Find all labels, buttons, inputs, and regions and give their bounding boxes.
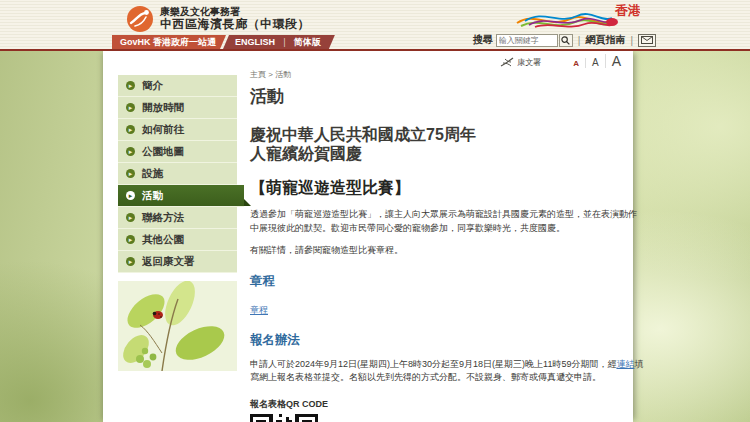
paragraph-intro: 透過參加「萌寵巡遊造型比賽」，讓主人向大眾展示為萌寵設計具國慶元素的造型，並在表… [250,208,644,235]
font-size-small-button[interactable]: A [567,60,585,68]
utility-row: 康文署 A A A [500,54,627,68]
lcsd-logo-icon [127,6,153,32]
rules-heading: 章程 [250,273,644,290]
svg-text:香港: 香港 [614,3,640,18]
arrow-bullet-icon: ▸ [126,147,135,156]
sidebar-item-opening-hours[interactable]: ▸ 開放時間 [118,97,237,119]
arrow-bullet-icon: ▸ [126,213,135,222]
header-divider: | [578,35,581,46]
arrow-bullet-icon: ▸ [126,81,135,90]
envelope-icon [641,36,653,44]
magnifier-icon [561,36,570,45]
breadcrumb-separator: > [266,70,275,79]
paragraph-details: 有關詳情，請參閱寵物造型比賽章程。 [250,244,644,258]
qr-code [250,414,318,422]
arrow-bullet-icon: ▸ [126,103,135,112]
header-divider: | [630,35,633,46]
tab-language: ENGLISH ｜ 简体版 [223,35,335,49]
breadcrumb: 主頁 > 活動 [250,69,644,80]
header-search-group: 搜尋 | 網頁指南 | [473,33,656,47]
site-guide-link[interactable]: 網頁指南 [585,33,625,47]
sidebar-item-contact[interactable]: ▸ 聯絡方法 [118,207,237,229]
arrow-bullet-icon: ▸ [126,235,135,244]
font-size-medium-button[interactable]: A [585,58,605,68]
sidebar-menu: ▸ 簡介 ▸ 開放時間 ▸ 如何前往 ▸ 公園地圖 ▸ 設施 ▸ 活動 ▸ 聯絡… [118,75,237,273]
site-name: 中西區海濱長廊（中環段） [160,18,310,32]
plant-decoration-image [118,281,237,371]
tab-separator: ｜ [280,36,289,49]
tab-govhk[interactable]: GovHK 香港政府一站通 [112,35,226,49]
font-size-large-button[interactable]: A [605,54,627,68]
apply-heading: 報名辦法 [250,332,644,349]
event-title: 慶祝中華人民共和國成立75周年 人寵繽紛賀國慶 [250,125,644,163]
qr-code-label: 報名表格QR CODE [250,398,644,411]
rules-link[interactable]: 章程 [250,305,268,315]
event-title-line2: 人寵繽紛賀國慶 [250,144,644,163]
section-title: 【萌寵巡遊造型比賽】 [250,178,644,199]
arrow-bullet-icon: ▸ [126,125,135,134]
tab-simplified[interactable]: 简体版 [294,36,321,49]
apply-text-before: 申請人可於2024年9月12日(星期四)上午8時30分起至9月18日(星期三)晚… [250,359,616,369]
paragraph-apply: 申請人可於2024年9月12日(星期四)上午8時30分起至9月18日(星期三)晚… [250,358,644,385]
main-container: 康文署 A A A ▸ 簡介 ▸ 開放時間 ▸ 如何前往 ▸ 公園地圖 ▸ 設施… [103,51,633,422]
arrow-bullet-icon: ▸ [126,191,135,200]
dragonfly-icon [500,57,514,68]
site-header: 康樂及文化事務署 中西區海濱長廊（中環段） 香港 GovHK 香港政府一站通 E… [0,0,750,51]
search-input[interactable] [496,34,558,47]
event-title-line1: 慶祝中華人民共和國成立75周年 [250,125,644,144]
sidebar-item-how-to-get-there[interactable]: ▸ 如何前往 [118,119,237,141]
arrow-bullet-icon: ▸ [126,257,135,266]
header-tab-row: GovHK 香港政府一站通 ENGLISH ｜ 简体版 [112,35,335,49]
content-area: 主頁 > 活動 活動 慶祝中華人民共和國成立75周年 人寵繽紛賀國慶 【萌寵巡遊… [250,69,644,422]
sidebar-item-back-to-lcsd[interactable]: ▸ 返回康文署 [118,251,237,273]
search-button[interactable] [559,34,573,47]
sidebar-item-intro[interactable]: ▸ 簡介 [118,75,237,97]
sidebar-item-activities[interactable]: ▸ 活動 [118,185,244,207]
search-label: 搜尋 [473,33,493,47]
contact-mail-button[interactable] [638,34,656,47]
breadcrumb-current: 活動 [275,70,291,79]
lcsd-link-label: 康文署 [517,57,541,68]
site-title: 康樂及文化事務署 中西區海濱長廊（中環段） [160,6,310,31]
sidebar-item-other-parks[interactable]: ▸ 其他公園 [118,229,237,251]
page-title: 活動 [250,85,644,108]
tab-english[interactable]: ENGLISH [235,37,275,47]
breadcrumb-home-link[interactable]: 主頁 [250,70,266,79]
lcsd-home-link[interactable]: 康文署 [500,57,541,68]
apply-link[interactable]: 連結 [616,359,634,369]
sidebar-item-facilities[interactable]: ▸ 設施 [118,163,237,185]
sidebar-item-park-map[interactable]: ▸ 公園地圖 [118,141,237,163]
arrow-bullet-icon: ▸ [126,169,135,178]
agency-name: 康樂及文化事務署 [160,6,310,18]
